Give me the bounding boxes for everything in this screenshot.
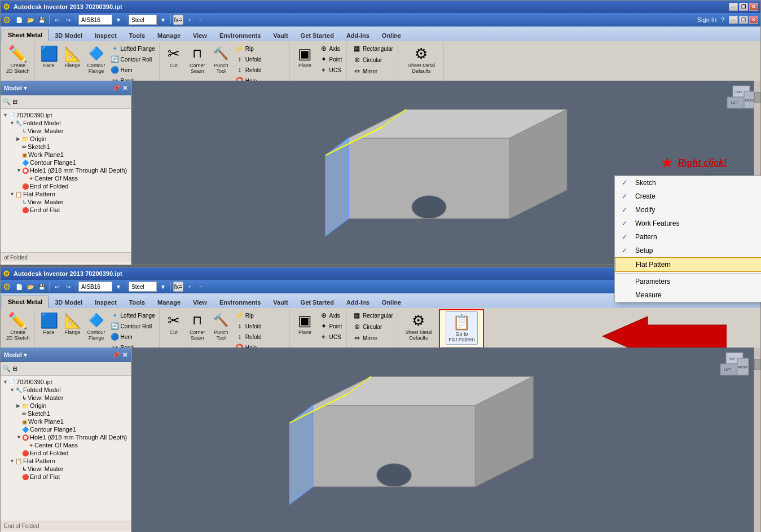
top-restore[interactable]: ❐ (739, 16, 748, 24)
tree-item-contour-flange[interactable]: 🔷 Contour Flange1 (1, 159, 131, 166)
tab-get-started-b[interactable]: Get Started (294, 296, 340, 308)
tree-item-end-folded-b[interactable]: 🔴 End of Folded (1, 449, 131, 457)
tree-item-flat-view-master[interactable]: ↳ View: Master (1, 198, 131, 206)
tab-vault-b[interactable]: Vault (267, 296, 294, 308)
new-button[interactable]: 📄 (14, 15, 24, 25)
ucs-btn-b[interactable]: ⌖UCS (318, 332, 344, 342)
model-pin-b[interactable]: 📌 (112, 351, 120, 359)
expand-file[interactable]: ▼ (3, 112, 8, 118)
ucs-btn[interactable]: ⌖ UCS (318, 65, 344, 75)
tab-sheet-metal-b[interactable]: Sheet Metal (2, 296, 49, 308)
tab-inspect[interactable]: Inspect (89, 29, 123, 41)
tree-item-view-master[interactable]: ↳ View: Master (1, 127, 131, 135)
face-btn-b[interactable]: 🟦 Face (38, 310, 60, 337)
tree-item-end-flat-b[interactable]: 🔴 End of Flat (1, 473, 131, 481)
new-btn-b[interactable]: 📄 (14, 282, 24, 292)
rip-btn-b[interactable]: ⚡Rip (234, 310, 288, 320)
tree-item-folded-b[interactable]: ▼ 🔧 Folded Model (1, 386, 131, 394)
tree-item-hole[interactable]: ▼ ⭕ Hole1 (Ø18 mm Through All Depth) (1, 166, 131, 174)
save-button[interactable]: 💾 (37, 15, 47, 25)
redo-btn-b[interactable]: ↪ (63, 282, 73, 292)
unfold-btn[interactable]: ↕ Unfold (234, 54, 288, 64)
tab-online[interactable]: Online (376, 29, 407, 41)
tree-item-end-flat[interactable]: 🔴 End of Flat (1, 206, 131, 214)
save-btn-b[interactable]: 💾 (37, 282, 47, 292)
tab-environments[interactable]: Environments (213, 29, 267, 41)
hem-btn[interactable]: 🔵 Hem (109, 65, 157, 75)
tab-view[interactable]: View (187, 29, 213, 41)
tab-get-started[interactable]: Get Started (294, 29, 340, 41)
tab-3d-model-b[interactable]: 3D Model (49, 296, 89, 308)
help-button[interactable]: ? (718, 15, 728, 25)
minimize-button[interactable]: ─ (729, 3, 738, 11)
param-plus[interactable]: + (184, 15, 195, 25)
material-dropdown[interactable]: Steel (129, 15, 157, 25)
menu-item-measure[interactable]: Measure (615, 288, 761, 302)
tree-item-end-folded[interactable]: 🔴 End of Folded (1, 182, 131, 190)
menu-item-parameters[interactable]: Parameters (615, 275, 761, 288)
rectangular-btn[interactable]: ▦ Rectangular (351, 43, 395, 54)
create-2d-sketch-btn[interactable]: ✏️ Create2D Sketch (4, 43, 32, 76)
expand-folded[interactable]: ▼ (10, 120, 15, 126)
tab-add-ins[interactable]: Add-Ins (340, 29, 376, 41)
tab-view-b[interactable]: View (187, 296, 213, 308)
circular-btn[interactable]: ⊚ Circular (351, 55, 384, 65)
restore-button[interactable]: ❐ (739, 3, 748, 11)
menu-item-modify[interactable]: ✓ Modify (615, 203, 761, 217)
tree-item-origin[interactable]: ▶ 📁 Origin (1, 135, 131, 143)
param-minus[interactable]: − (196, 15, 206, 25)
top-minimize[interactable]: ─ (729, 16, 738, 24)
cut-btn-b[interactable]: ✂ Cut (162, 310, 185, 337)
punch-tool-btn-b[interactable]: 🔨 PunchTool (210, 310, 232, 342)
menu-item-pattern[interactable]: ✓ Pattern (615, 230, 761, 244)
flange-btn-b[interactable]: 📐 Flange (61, 310, 84, 337)
tab-tools-b[interactable]: Tools (123, 296, 152, 308)
tab-3d-model[interactable]: 3D Model (49, 29, 89, 41)
rip-btn[interactable]: ⚡ Rip (234, 43, 288, 54)
tab-vault[interactable]: Vault (267, 29, 294, 41)
tree-item-view-master-b[interactable]: ↳ View: Master (1, 394, 131, 402)
cut-btn[interactable]: ✂ Cut (162, 43, 185, 70)
tree-item-sketch1[interactable]: ✏ Sketch1 (1, 143, 131, 151)
go-to-flat-pattern-btn[interactable]: 📋 Go toFlat Pattern (446, 311, 478, 345)
material-b[interactable]: Steel (129, 282, 157, 292)
open-button[interactable]: 📂 (25, 15, 36, 25)
sheet-metal-defaults-btn[interactable]: ⚙ Sheet MetalDefaults (406, 43, 437, 76)
redo-button[interactable]: ↪ (63, 15, 73, 25)
tree-item-flat-b[interactable]: ▼ 📋 Flat Pattern (1, 457, 131, 465)
model-pin[interactable]: 📌 (112, 85, 120, 92)
axis-btn[interactable]: ⊕ Axis (318, 43, 344, 54)
fx-btn-b[interactable]: fx= (173, 282, 183, 292)
tree-item-folded[interactable]: ▼ 🔧 Folded Model (1, 119, 131, 127)
model-close[interactable]: ✕ (122, 85, 127, 92)
tree-item-hole-b[interactable]: ▼ ⭕ Hole1 (Ø18 mm Through All Depth) (1, 433, 131, 441)
menu-item-sketch[interactable]: ✓ Sketch (615, 176, 761, 190)
material-arrow[interactable]: ▼ (158, 15, 168, 25)
tree-item-workplane-b[interactable]: ▣ Work Plane1 (1, 417, 131, 425)
filter-btn[interactable]: 🔍 (3, 98, 11, 105)
viewport-bottom[interactable]: TOP LEFT FRONT (132, 348, 760, 532)
tab-online-b[interactable]: Online (376, 296, 407, 308)
close-button[interactable]: ✕ (749, 3, 758, 11)
refold-btn-b[interactable]: ↕Refold (234, 332, 288, 342)
menu-item-setup[interactable]: ✓ Setup (615, 244, 761, 257)
filter-btn-b[interactable]: 🔍 (3, 365, 11, 372)
circ-btn-b[interactable]: ⊚Circular (351, 322, 384, 332)
nav-cube-bottom[interactable]: TOP LEFT FRONT (718, 350, 751, 385)
contour-flange-btn-b[interactable]: 🔷 ContourFlange (85, 310, 108, 342)
viewport-top[interactable]: ✓ Sketch ✓ Create ✓ Modify ✓ Work Featur… (132, 81, 760, 265)
tree-item-flat-view-b[interactable]: ↳ View: Master (1, 465, 131, 473)
expand-btn-b[interactable]: ⊞ (12, 365, 17, 372)
menu-item-flat-pattern[interactable]: Flat Pattern (615, 257, 761, 272)
lofted-flange-btn-b[interactable]: 🔹 Lofted Flange (109, 310, 157, 320)
create-2d-sketch-btn-b[interactable]: ✏️ Create2D Sketch (4, 310, 32, 342)
punch-tool-btn[interactable]: 🔨 PunchTool (210, 43, 232, 76)
tree-item-center-of-mass[interactable]: ✦ Center Of Mass (1, 174, 131, 182)
unfold-btn-b[interactable]: ↕Unfold (234, 321, 288, 331)
contour-flange-btn[interactable]: 🔷 ContourFlange (85, 43, 108, 76)
fx-button[interactable]: fx= (173, 15, 183, 25)
mirror-btn-b[interactable]: ⇔Mirror (351, 333, 379, 343)
refold-btn[interactable]: ↕ Refold (234, 65, 288, 75)
tab-manage-b[interactable]: Manage (151, 296, 187, 308)
plane-btn-b[interactable]: ▣ Plane (294, 310, 316, 337)
